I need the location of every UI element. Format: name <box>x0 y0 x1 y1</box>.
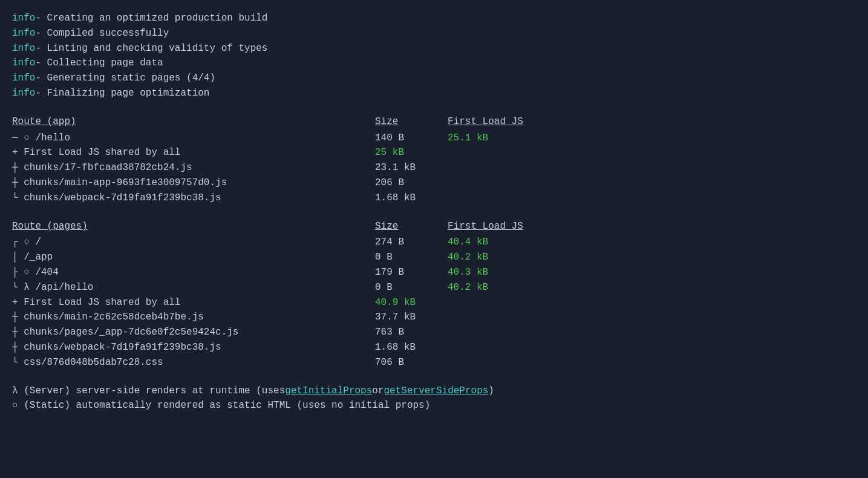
row-first-load <box>448 295 556 310</box>
row-size: 1.68 kB <box>375 340 448 355</box>
header-route: Route (app) <box>12 114 375 129</box>
row-size: 763 B <box>375 325 448 340</box>
info-line: info - Linting and checking validity of … <box>12 41 856 56</box>
row-size: 23.1 kB <box>375 160 448 175</box>
row-first-load <box>448 160 556 175</box>
circle-footer-line: ○ (Static) automatically rendered as sta… <box>12 398 856 413</box>
row-size: 706 B <box>375 355 448 370</box>
row-route: ─ ○ /hello <box>12 131 375 146</box>
row-size: 0 B <box>375 250 448 265</box>
row-first-load: 40.4 kB <box>448 235 556 250</box>
row-route: └ chunks/webpack-7d19fa91f239bc38.js <box>12 191 375 206</box>
table-row: ┌ ○ / 274 B 40.4 kB <box>12 235 856 250</box>
info-line: info - Collecting page data <box>12 56 856 71</box>
row-route: ┼ chunks/webpack-7d19fa91f239bc38.js <box>12 340 375 355</box>
row-route: + First Load JS shared by all <box>12 145 375 160</box>
row-first-load: 40.2 kB <box>448 250 556 265</box>
info-line: info - Finalizing page optimization <box>12 86 856 101</box>
row-size: 37.7 kB <box>375 310 448 325</box>
row-first-load: 25.1 kB <box>448 131 556 146</box>
table-row: ┼ chunks/webpack-7d19fa91f239bc38.js 1.6… <box>12 340 856 355</box>
table-row: ┼ chunks/pages/_app-7dc6e0f2c5e9424c.js … <box>12 325 856 340</box>
info-label: info <box>12 26 35 41</box>
table-row: └ css/876d048b5dab7c28.css 706 B <box>12 355 856 370</box>
lambda-text: λ (Server) server-side renders at runtim… <box>12 384 285 399</box>
table-row: ├ ○ /404 179 B 40.3 kB <box>12 265 856 280</box>
row-size: 206 B <box>375 175 448 191</box>
row-first-load <box>448 191 556 206</box>
header-route: Route (pages) <box>12 219 375 234</box>
lambda-footer-line: λ (Server) server-side renders at runtim… <box>12 384 856 399</box>
info-text: - Linting and checking validity of types <box>35 41 267 56</box>
info-label: info <box>12 86 35 101</box>
info-label: info <box>12 41 35 56</box>
info-line: info - Creating an optimized production … <box>12 11 856 26</box>
table-row: ┼ chunks/main-app-9693f1e3009757d0.js 20… <box>12 175 856 191</box>
info-text: - Finalizing page optimization <box>35 86 209 101</box>
row-route: ┌ ○ / <box>12 235 375 250</box>
footer-section: λ (Server) server-side renders at runtim… <box>12 384 856 414</box>
info-line: info - Generating static pages (4/4) <box>12 71 856 86</box>
table-row: ┼ chunks/main-2c62c58dceb4b7be.js 37.7 k… <box>12 310 856 325</box>
row-first-load <box>448 145 556 160</box>
info-text: - Creating an optimized production build <box>35 11 267 26</box>
table-row: ─ ○ /hello 140 B 25.1 kB <box>12 131 856 146</box>
row-size: 1.68 kB <box>375 191 448 206</box>
header-first-load: First Load JS <box>448 219 556 234</box>
table-header: Route (pages) Size First Load JS <box>12 219 856 234</box>
pages-table-section: Route (pages) Size First Load JS ┌ ○ / 2… <box>12 219 856 370</box>
row-first-load <box>448 175 556 191</box>
row-size: 140 B <box>375 131 448 146</box>
info-label: info <box>12 11 35 26</box>
row-route: │ /_app <box>12 250 375 265</box>
row-first-load <box>448 325 556 340</box>
row-size: 274 B <box>375 235 448 250</box>
row-route: ├ ○ /404 <box>12 265 375 280</box>
table-row: │ /_app 0 B 40.2 kB <box>12 250 856 265</box>
row-first-load <box>448 355 556 370</box>
table-header: Route (app) Size First Load JS <box>12 114 856 129</box>
header-size: Size <box>375 219 448 234</box>
info-text: - Collecting page data <box>35 56 163 71</box>
row-first-load <box>448 310 556 325</box>
info-section: info - Creating an optimized production … <box>12 11 856 101</box>
row-size: 0 B <box>375 280 448 295</box>
info-text: - Compiled successfully <box>35 26 169 41</box>
app-table-section: Route (app) Size First Load JS ─ ○ /hell… <box>12 114 856 206</box>
row-route: └ λ /api/hello <box>12 280 375 295</box>
row-size: 25 kB <box>375 145 448 160</box>
get-initial-props-link: getInitialProps <box>285 384 372 399</box>
row-route: ┼ chunks/main-2c62c58dceb4b7be.js <box>12 310 375 325</box>
info-text: - Generating static pages (4/4) <box>35 71 215 86</box>
table-row: └ λ /api/hello 0 B 40.2 kB <box>12 280 856 295</box>
table-row: ┼ chunks/17-fbfcaad38782cb24.js 23.1 kB <box>12 160 856 175</box>
get-server-side-props-link: getServerSideProps <box>384 384 489 399</box>
row-route: ┼ chunks/17-fbfcaad38782cb24.js <box>12 160 375 175</box>
row-first-load: 40.2 kB <box>448 280 556 295</box>
circle-text: ○ (Static) automatically rendered as sta… <box>12 398 430 413</box>
info-line: info - Compiled successfully <box>12 26 856 41</box>
table-row: └ chunks/webpack-7d19fa91f239bc38.js 1.6… <box>12 191 856 206</box>
row-route: └ css/876d048b5dab7c28.css <box>12 355 375 370</box>
row-size: 40.9 kB <box>375 295 448 310</box>
header-first-load: First Load JS <box>448 114 556 129</box>
lambda-text-suffix: ) <box>488 384 494 399</box>
info-label: info <box>12 56 35 71</box>
row-route: + First Load JS shared by all <box>12 295 375 310</box>
lambda-text-mid: or <box>372 384 383 399</box>
header-size: Size <box>375 114 448 129</box>
row-route: ┼ chunks/pages/_app-7dc6e0f2c5e9424c.js <box>12 325 375 340</box>
info-label: info <box>12 71 35 86</box>
row-size: 179 B <box>375 265 448 280</box>
row-route: ┼ chunks/main-app-9693f1e3009757d0.js <box>12 175 375 191</box>
row-first-load: 40.3 kB <box>448 265 556 280</box>
table-row: + First Load JS shared by all 40.9 kB <box>12 295 856 310</box>
row-first-load <box>448 340 556 355</box>
table-row: + First Load JS shared by all 25 kB <box>12 145 856 160</box>
